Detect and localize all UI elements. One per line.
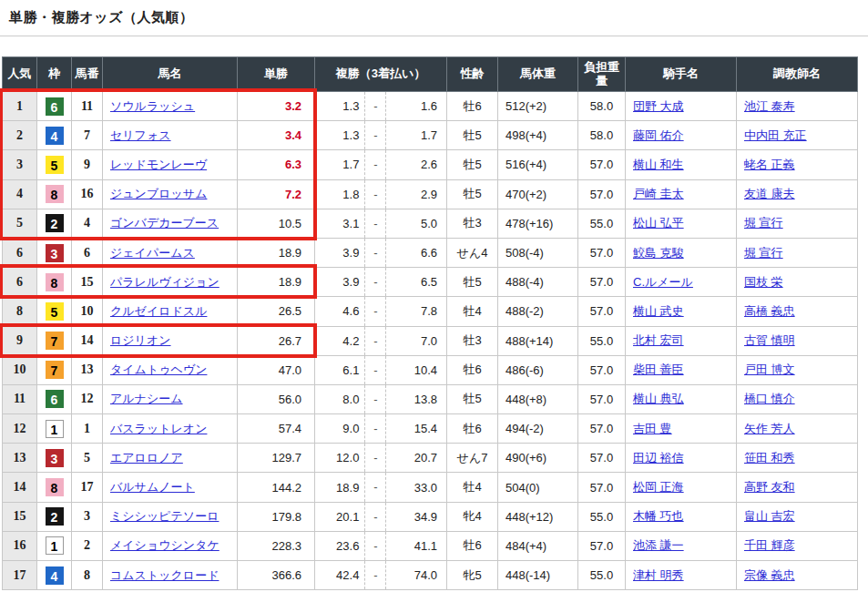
trainer-link[interactable]: 堀 宣行 [744,216,783,230]
frame-cell: 3 [37,444,72,473]
place-odds-range: 4.2-7.0 [315,327,446,355]
trainer-link[interactable]: 戸田 博文 [744,362,795,376]
trainer-link[interactable]: 堀 宣行 [744,246,783,260]
horse-name-link[interactable]: クルゼイロドスル [110,304,207,318]
trainer-link[interactable]: 友道 康夫 [744,187,795,200]
frame-cell: 7 [37,326,72,355]
jockey-link[interactable]: C.ルメール [633,275,693,289]
horse-name-link[interactable]: ジェイパームス [110,246,195,260]
jockey-link[interactable]: 横山 典弘 [633,392,684,405]
place-odds-min: 12.0 [315,451,364,464]
trainer-cell: 戸田 博文 [737,355,858,384]
place-odds-max: 7.0 [386,334,446,348]
horse-name-link[interactable]: レッドモンレーヴ [110,158,207,171]
horse-name-link[interactable]: ソウルラッシュ [110,99,195,113]
trainer-link[interactable]: 笹田 和秀 [744,451,795,464]
jockey-link[interactable]: 藤岡 佑介 [633,128,684,142]
horse-name-link[interactable]: エアロロノア [110,451,183,464]
trainer-link[interactable]: 高橋 義忠 [744,304,795,318]
trainer-cell: 高野 友和 [737,473,858,502]
jockey-link[interactable]: 津村 明秀 [633,568,684,582]
jockey-link[interactable]: 松岡 正海 [633,480,684,494]
frame-badge: 7 [46,361,64,379]
trainer-link[interactable]: 千田 輝彦 [744,538,795,552]
trainer-link[interactable]: 高野 友和 [744,480,795,494]
jockey-link[interactable]: 池添 謙一 [633,538,684,552]
horse-name-cell: ジュンブロッサム [103,179,238,209]
jockey-link[interactable]: 鮫島 克駿 [633,246,684,260]
horse-name-link[interactable]: アルナシーム [110,392,183,405]
place-odds-min: 3.9 [315,246,364,260]
col-header-horse-name: 馬名 [103,57,238,92]
horse-name-link[interactable]: ジュンブロッサム [110,187,207,200]
table-row: 1611ソウルラッシュ3.21.3-1.6牡6512(+2)58.0団野 大成池… [3,92,858,121]
jockey-cell: 松山 弘平 [626,209,737,238]
horse-name-link[interactable]: バスラットレオン [110,422,207,435]
horse-name-link[interactable]: メイショウシンタケ [110,538,220,552]
rank-cell: 14 [3,473,37,502]
trainer-link[interactable]: 矢作 芳人 [744,422,795,435]
trainer-link[interactable]: 蛯名 正義 [744,158,795,171]
jockey-link[interactable]: 木幡 巧也 [633,509,684,523]
win-odds-cell: 144.2 [238,473,315,502]
col-header-rank: 人気 [3,57,37,92]
jockey-link[interactable]: 横山 武史 [633,304,684,318]
sex-age-cell: 牡5 [447,179,498,209]
frame-badge: 8 [46,185,64,203]
horse-name-link[interactable]: ロジリオン [110,333,171,347]
place-odds-separator: - [364,473,386,501]
trainer-link[interactable]: 宗像 義忠 [744,568,795,582]
place-odds-cell: 6.1-10.4 [315,355,447,384]
rank-cell: 17 [3,561,37,590]
trainer-link[interactable]: 古賀 慎明 [744,333,795,347]
frame-badge: 3 [46,449,64,467]
place-odds-min: 6.1 [315,363,364,377]
table-row: 4816ジュンブロッサム7.21.8-2.9牡5470(+2)57.0戸崎 圭太… [3,179,858,209]
horse-name-link[interactable]: セリフォス [110,128,171,142]
carried-weight-cell: 57.0 [578,531,626,560]
carried-weight-cell: 55.0 [578,502,626,531]
trainer-link[interactable]: 橋口 慎介 [744,392,795,405]
horse-number-cell: 16 [72,179,103,209]
jockey-link[interactable]: 柴田 善臣 [633,362,684,376]
place-odds-separator: - [364,385,386,413]
jockey-link[interactable]: 団野 大成 [633,99,684,113]
horse-weight-cell: 508(-4) [498,238,578,267]
horse-name-cell: エアロロノア [103,444,238,473]
trainer-link[interactable]: 畠山 吉宏 [744,509,795,523]
horse-name-link[interactable]: ゴンバデカーブース [110,216,219,230]
jockey-link[interactable]: 吉田 豊 [633,422,672,435]
place-odds-cell: 1.7-2.6 [315,150,447,179]
carried-weight-cell: 57.0 [578,355,626,384]
horse-number-cell: 7 [72,121,103,150]
jockey-link[interactable]: 横山 和生 [633,158,684,171]
sex-age-cell: 牡3 [447,209,498,238]
win-odds-cell: 26.7 [238,326,315,355]
sex-age-cell: 牡5 [447,121,498,150]
place-odds-range: 20.1-34.9 [315,503,446,531]
place-odds-min: 18.9 [315,481,364,495]
horse-name-link[interactable]: ミシシッピテソーロ [110,509,219,523]
horse-name-cell: クルゼイロドスル [103,297,238,326]
horse-name-link[interactable]: コムストックロード [110,568,219,582]
trainer-link[interactable]: 国枝 栄 [744,275,783,289]
carried-weight-cell: 55.0 [578,209,626,238]
place-odds-cell: 1.3-1.7 [315,121,447,150]
horse-name-link[interactable]: タイムトゥヘヴン [110,362,207,376]
rank-cell: 2 [3,121,37,150]
win-odds-cell: 18.9 [238,268,315,297]
place-odds-separator: - [364,239,386,267]
col-header-place-odds: 複勝（3着払い） [315,57,447,92]
place-odds-separator: - [364,150,386,179]
horse-name-cell: バスラットレオン [103,414,238,444]
trainer-link[interactable]: 中内田 充正 [744,128,807,142]
place-odds-separator: - [364,327,386,355]
trainer-link[interactable]: 池江 泰寿 [744,99,795,113]
jockey-link[interactable]: 戸崎 圭太 [633,187,684,200]
jockey-link[interactable]: 田辺 裕信 [633,451,684,464]
jockey-link[interactable]: 松山 弘平 [633,216,684,230]
place-odds-max: 41.1 [386,539,446,553]
jockey-link[interactable]: 北村 宏司 [633,333,684,347]
horse-name-link[interactable]: バルサムノート [110,480,195,494]
horse-name-link[interactable]: パラレルヴィジョン [110,275,220,289]
